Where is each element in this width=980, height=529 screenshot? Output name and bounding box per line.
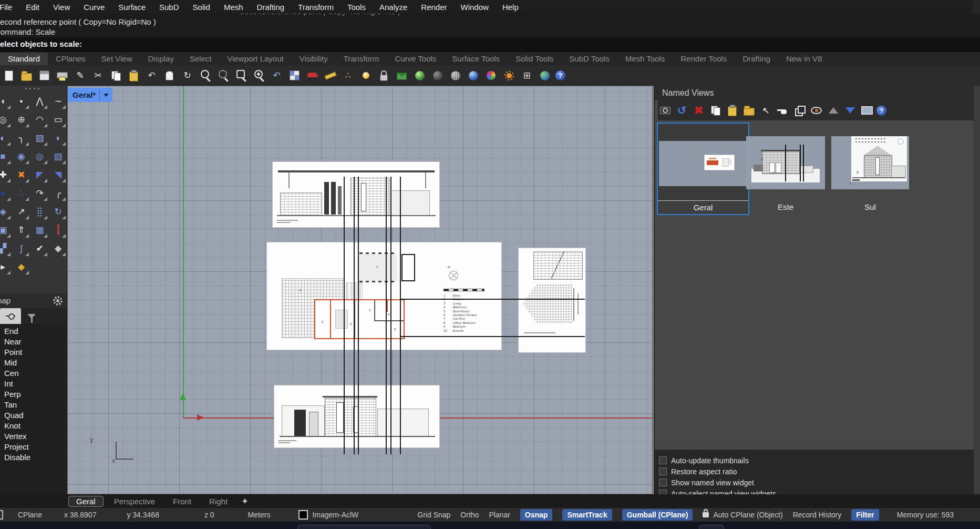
collapse-panel-icon[interactable] <box>826 103 840 118</box>
viewport-tab-right[interactable]: Right <box>202 496 235 506</box>
option-row[interactable]: Restore aspect ratio <box>659 466 980 477</box>
rotate-view-icon[interactable]: ↻ <box>180 68 194 83</box>
osnap-option[interactable]: Int <box>4 379 30 389</box>
osnap-option[interactable]: Knot <box>4 421 30 431</box>
ghosted-view-icon[interactable] <box>466 68 480 83</box>
help-icon[interactable]: ? <box>555 70 565 80</box>
record-history-toggle[interactable]: Record History <box>793 511 842 519</box>
viewport-tab-perspective[interactable]: Perspective <box>107 496 162 506</box>
expand-panel-icon[interactable] <box>843 103 857 118</box>
osnap-option[interactable]: Vertex <box>4 431 30 442</box>
adjustable-blend-icon[interactable]: ╭ <box>50 186 66 201</box>
circle-center-icon[interactable]: ◎ <box>0 112 11 128</box>
viewport-tab-add[interactable]: + <box>238 496 252 506</box>
checkbox[interactable] <box>659 456 667 464</box>
delete-view-icon[interactable]: ✖ <box>692 103 706 118</box>
grid-snap-toggle[interactable]: Grid Snap <box>417 511 450 519</box>
panel-help-icon[interactable]: ? <box>876 106 886 116</box>
save-file-icon[interactable] <box>37 68 51 83</box>
copy-icon[interactable] <box>109 68 123 83</box>
zoom-selected-icon[interactable] <box>252 68 266 83</box>
menu-item[interactable]: View <box>46 3 77 12</box>
point-icon[interactable]: • <box>14 94 29 109</box>
option-row[interactable]: Auto-update thumbnails <box>659 455 980 466</box>
gumball-icon[interactable]: ⊞ <box>520 68 534 83</box>
gear-icon[interactable] <box>53 296 63 306</box>
measure-icon[interactable] <box>323 68 337 83</box>
sidebar-drag-handle[interactable] <box>25 88 39 89</box>
menu-item[interactable]: Edit <box>19 3 46 12</box>
show-widget-icon[interactable] <box>809 103 823 118</box>
earth-icon[interactable] <box>538 68 552 83</box>
filter-toggle[interactable]: Filter <box>851 509 879 521</box>
new-file-icon[interactable] <box>2 68 16 83</box>
torus-icon[interactable]: ◎ <box>32 149 48 165</box>
x-coordinate[interactable]: x 38.8907 <box>64 511 97 519</box>
checkbox[interactable] <box>659 479 667 486</box>
filter-tab[interactable] <box>21 308 42 324</box>
tab-curve-tools[interactable]: Curve Tools <box>387 53 444 65</box>
osnap-option[interactable]: Project <box>4 442 30 452</box>
render-icon[interactable] <box>412 68 427 83</box>
move-icon[interactable]: ↗ <box>14 204 29 220</box>
selection-icon[interactable]: ◖ <box>0 94 11 109</box>
osnap-option[interactable]: Point <box>4 347 30 358</box>
ellipse-icon[interactable]: ⊕ <box>14 112 29 128</box>
menu-item[interactable]: Curve <box>77 3 111 12</box>
wireframe-view-icon[interactable] <box>448 68 462 83</box>
blend-surface-icon[interactable]: ◗ <box>50 130 66 146</box>
osnap-option[interactable]: Mid <box>4 358 30 368</box>
cplane-field[interactable]: CPlane <box>18 511 42 519</box>
menu-item[interactable]: Surface <box>111 3 152 12</box>
chevron-down-icon[interactable] <box>104 94 109 97</box>
viewport-title-tab[interactable]: Geral* <box>68 88 112 102</box>
lamp-icon[interactable] <box>359 68 373 83</box>
shaded-view-icon[interactable] <box>430 68 445 83</box>
restore-view-icon[interactable]: ↺ <box>675 103 689 118</box>
options-gear-icon[interactable] <box>502 68 516 83</box>
duplicate-view-icon[interactable] <box>792 103 807 118</box>
z-coordinate[interactable]: z 0 <box>204 511 214 519</box>
undo-icon[interactable]: ↶ <box>145 68 159 83</box>
tab-cplanes[interactable]: CPlanes <box>48 53 94 65</box>
y-coordinate[interactable]: y 34.3468 <box>127 511 159 519</box>
tab-solid-tools[interactable]: Solid Tools <box>508 53 561 65</box>
menu-item[interactable]: Render <box>414 3 453 12</box>
osnap-option[interactable]: Disable <box>4 452 30 463</box>
select-view-objects-icon[interactable]: ↖ <box>759 103 773 118</box>
panel-scrollbar[interactable] <box>974 86 980 494</box>
points-on-icon[interactable]: ● <box>0 186 11 201</box>
send-mail-icon[interactable] <box>395 68 409 83</box>
control-curve-icon[interactable]: ∼ <box>50 94 66 109</box>
units-field[interactable]: Meters <box>248 511 271 519</box>
material-icon[interactable] <box>484 68 498 83</box>
menu-item[interactable]: Mesh <box>217 3 250 12</box>
tab-mesh-tools[interactable]: Mesh Tools <box>617 53 673 65</box>
paste-view-icon[interactable] <box>725 103 739 118</box>
lock-icon[interactable] <box>377 68 391 83</box>
tab-drafting[interactable]: Drafting <box>735 53 778 65</box>
osnap-option[interactable]: Perp <box>4 389 30 400</box>
apply-view-icon[interactable] <box>776 103 790 118</box>
west-elevation-drawing[interactable] <box>274 385 440 448</box>
undo-view-icon[interactable]: ↶ <box>270 68 284 83</box>
rectangle-icon[interactable]: ▭ <box>50 112 66 128</box>
viewport-tab-front[interactable]: Front <box>166 496 199 506</box>
auto-cplane-toggle[interactable]: Auto CPlane (Object) <box>703 511 782 519</box>
option-row[interactable]: Show named view widget <box>659 477 980 488</box>
polyline-icon[interactable]: ⋀ <box>32 94 48 109</box>
named-position-icon[interactable] <box>305 68 319 83</box>
paste-icon[interactable] <box>127 68 141 83</box>
surface-icon[interactable]: ▧ <box>50 149 66 165</box>
osnap-option[interactable]: Cen <box>4 368 30 379</box>
tab-render-tools[interactable]: Render Tools <box>673 53 735 65</box>
open-file-icon[interactable] <box>19 68 34 83</box>
named-view-geral[interactable]: Geral <box>657 123 749 215</box>
cut-icon[interactable]: ✂ <box>91 68 105 83</box>
menu-item[interactable]: Transform <box>291 3 341 12</box>
named-view-este[interactable]: y x <box>746 136 825 189</box>
thumbnail-mode-icon[interactable] <box>860 103 874 118</box>
copy-view-icon[interactable] <box>708 103 723 118</box>
point-cloud-icon[interactable]: ∴ <box>341 68 355 83</box>
viewport-tab-geral[interactable]: Geral <box>68 496 104 507</box>
